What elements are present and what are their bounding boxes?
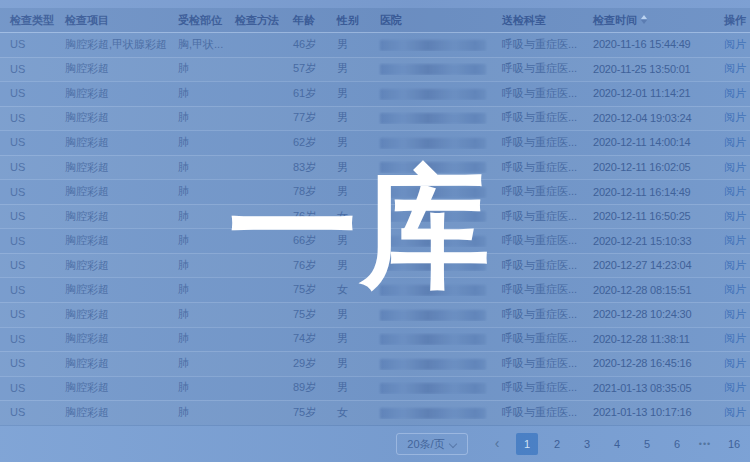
- view-images-link[interactable]: 阅片: [724, 87, 746, 99]
- cell-age: 62岁: [283, 135, 327, 150]
- cell-item: 胸腔彩超: [55, 380, 168, 395]
- cell-item: 胸腔彩超: [55, 135, 168, 150]
- view-images-link[interactable]: 阅片: [724, 357, 746, 369]
- cell-gender: 男: [327, 86, 370, 101]
- prev-page-button[interactable]: ‹: [486, 433, 508, 455]
- hospital-redacted-bar: [380, 408, 486, 419]
- page-size-label: 20条/页: [407, 437, 444, 452]
- cell-part: 肺: [168, 380, 225, 395]
- view-images-link[interactable]: 阅片: [724, 406, 746, 418]
- page-size-select[interactable]: 20条/页: [396, 433, 468, 455]
- cell-type: US: [0, 406, 55, 418]
- table-row: US胸腔彩超肺61岁男呼吸与重症医...2020-12-01 11:14:21阅…: [0, 81, 750, 106]
- cell-gender: 男: [327, 184, 370, 199]
- hospital-redacted-bar: [380, 285, 486, 296]
- cell-dept: 呼吸与重症医...: [492, 61, 583, 76]
- view-images-link[interactable]: 阅片: [724, 38, 746, 50]
- cell-gender: 男: [327, 233, 370, 248]
- sort-icon[interactable]: [641, 15, 647, 24]
- view-images-link[interactable]: 阅片: [724, 308, 746, 320]
- page-button-last[interactable]: 16: [722, 433, 746, 455]
- cell-item: 胸腔彩超: [55, 282, 168, 297]
- view-images-link[interactable]: 阅片: [724, 332, 746, 344]
- cell-action: 阅片: [714, 37, 750, 52]
- caret-up-icon: [641, 15, 647, 19]
- cell-dept: 呼吸与重症医...: [492, 258, 583, 273]
- cell-age: 89岁: [283, 380, 327, 395]
- cell-hospital: [370, 38, 492, 51]
- cell-type: US: [0, 308, 55, 320]
- pagination-ellipsis[interactable]: •••: [696, 433, 714, 455]
- top-strip: [0, 0, 750, 8]
- cell-dept: 呼吸与重症医...: [492, 233, 583, 248]
- hospital-redacted-bar: [380, 162, 486, 173]
- cell-hospital: [370, 161, 492, 174]
- page-button-6[interactable]: 6: [666, 433, 688, 455]
- cell-time: 2020-12-21 15:10:33: [583, 235, 714, 247]
- view-images-link[interactable]: 阅片: [724, 185, 746, 197]
- table-row: US胸腔彩超肺83岁男呼吸与重症医...2020-12-11 16:02:05阅…: [0, 155, 750, 180]
- table-row: US胸腔彩超肺75岁女呼吸与重症医...2020-12-28 08:15:51阅…: [0, 277, 750, 302]
- cell-dept: 呼吸与重症医...: [492, 307, 583, 322]
- cell-age: 76岁: [283, 258, 327, 273]
- view-images-link[interactable]: 阅片: [724, 210, 746, 222]
- cell-time: 2021-01-13 10:17:16: [583, 406, 714, 418]
- cell-part: 肺: [168, 233, 225, 248]
- cell-gender: 男: [327, 37, 370, 52]
- table-body: US胸腔彩超,甲状腺彩超胸,甲状...46岁男呼吸与重症医...2020-11-…: [0, 32, 750, 425]
- col-header-hospital: 医院: [370, 13, 492, 28]
- view-images-link[interactable]: 阅片: [724, 136, 746, 148]
- cell-time: 2021-01-13 08:35:05: [583, 382, 714, 394]
- cell-hospital: [370, 382, 492, 395]
- view-images-link[interactable]: 阅片: [724, 259, 746, 271]
- page-button-5[interactable]: 5: [636, 433, 658, 455]
- cell-hospital: [370, 112, 492, 125]
- page-button-3[interactable]: 3: [576, 433, 598, 455]
- cell-dept: 呼吸与重症医...: [492, 356, 583, 371]
- cell-dept: 呼吸与重症医...: [492, 135, 583, 150]
- cell-type: US: [0, 210, 55, 222]
- cell-part: 肺: [168, 209, 225, 224]
- cell-dept: 呼吸与重症医...: [492, 110, 583, 125]
- cell-gender: 男: [327, 331, 370, 346]
- cell-type: US: [0, 87, 55, 99]
- cell-hospital: [370, 333, 492, 346]
- page-button-2[interactable]: 2: [546, 433, 568, 455]
- cell-action: 阅片: [714, 282, 750, 297]
- view-images-link[interactable]: 阅片: [724, 161, 746, 173]
- col-header-body-part: 受检部位: [168, 13, 225, 28]
- view-images-link[interactable]: 阅片: [724, 234, 746, 246]
- cell-time: 2020-12-11 16:50:25: [583, 210, 714, 222]
- cell-hospital: [370, 357, 492, 370]
- cell-time: 2020-12-28 10:24:30: [583, 308, 714, 320]
- cell-item: 胸腔彩超: [55, 405, 168, 420]
- col-header-exam-time[interactable]: 检查时间: [583, 13, 714, 28]
- cell-item: 胸腔彩超: [55, 86, 168, 101]
- cell-type: US: [0, 382, 55, 394]
- cell-type: US: [0, 284, 55, 296]
- hospital-redacted-bar: [380, 64, 486, 75]
- table-row: US胸腔彩超肺89岁男呼吸与重症医...2021-01-13 08:35:05阅…: [0, 376, 750, 401]
- hospital-redacted-bar: [380, 138, 486, 149]
- hospital-redacted-bar: [380, 310, 486, 321]
- view-images-link[interactable]: 阅片: [724, 111, 746, 123]
- cell-part: 胸,甲状...: [168, 37, 225, 52]
- cell-dept: 呼吸与重症医...: [492, 160, 583, 175]
- table-row: US胸腔彩超肺78岁男呼吸与重症医...2020-12-11 16:14:49阅…: [0, 179, 750, 204]
- cell-type: US: [0, 357, 55, 369]
- table-row: US胸腔彩超肺57岁男呼吸与重症医...2020-11-25 13:50:01阅…: [0, 57, 750, 82]
- cell-item: 胸腔彩超: [55, 258, 168, 273]
- view-images-link[interactable]: 阅片: [724, 62, 746, 74]
- cell-hospital: [370, 234, 492, 247]
- cell-gender: 男: [327, 258, 370, 273]
- cell-action: 阅片: [714, 184, 750, 199]
- view-images-link[interactable]: 阅片: [724, 381, 746, 393]
- page-button-4[interactable]: 4: [606, 433, 628, 455]
- cell-type: US: [0, 63, 55, 75]
- table-row: US胸腔彩超肺66岁男呼吸与重症医...2020-12-21 15:10:33阅…: [0, 228, 750, 253]
- cell-gender: 男: [327, 160, 370, 175]
- cell-action: 阅片: [714, 258, 750, 273]
- cell-dept: 呼吸与重症医...: [492, 37, 583, 52]
- page-button-1[interactable]: 1: [516, 433, 538, 455]
- view-images-link[interactable]: 阅片: [724, 283, 746, 295]
